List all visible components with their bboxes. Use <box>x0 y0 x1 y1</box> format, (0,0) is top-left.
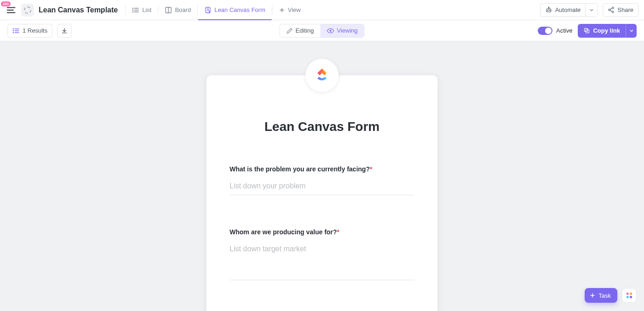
button-label: Copy link <box>593 27 620 34</box>
button-label: Share <box>617 6 633 13</box>
dashed-circle-icon <box>24 6 31 14</box>
notifications-badge: 201 <box>1 1 11 7</box>
form-icon <box>204 6 212 14</box>
board-icon <box>165 6 172 14</box>
button-label: Automate <box>555 6 581 13</box>
svg-point-7 <box>133 10 133 10</box>
download-button[interactable] <box>57 24 72 38</box>
svg-rect-40 <box>630 296 632 298</box>
form-logo <box>305 59 339 92</box>
list-icon <box>12 27 20 34</box>
share-button[interactable]: Share <box>603 3 638 17</box>
tab-add-view[interactable]: View <box>272 0 307 20</box>
editing-segment[interactable]: Editing <box>280 24 320 37</box>
svg-point-22 <box>612 11 614 13</box>
automate-button[interactable]: Automate <box>540 3 586 17</box>
field-input-problem[interactable] <box>230 179 414 195</box>
svg-point-29 <box>13 30 13 31</box>
eye-icon <box>327 27 334 34</box>
svg-point-17 <box>548 7 549 8</box>
new-task-button[interactable]: Task <box>585 288 617 303</box>
apps-button[interactable] <box>622 288 637 303</box>
tab-list[interactable]: List <box>126 0 158 20</box>
field-label-problem: What is the problem you are currently fa… <box>230 165 414 173</box>
svg-rect-38 <box>630 293 632 295</box>
automate-dropdown[interactable] <box>585 3 598 17</box>
plus-icon <box>589 292 596 299</box>
chevron-down-icon <box>629 28 634 34</box>
svg-point-28 <box>13 28 13 29</box>
active-switch[interactable] <box>538 27 552 35</box>
share-icon <box>608 6 615 13</box>
hamburger-menu-button[interactable]: 201 <box>6 4 17 16</box>
copy-link-button[interactable]: Copy link <box>578 24 626 38</box>
svg-line-24 <box>610 10 612 11</box>
apps-icon <box>626 292 633 299</box>
svg-point-19 <box>549 10 550 11</box>
segment-label: Editing <box>295 27 314 34</box>
segment-label: Viewing <box>337 27 357 34</box>
button-label: Task <box>598 292 611 299</box>
svg-rect-37 <box>627 293 629 295</box>
svg-point-18 <box>547 10 548 11</box>
edit-view-toggle: Editing Viewing <box>279 24 364 38</box>
robot-icon <box>545 6 552 14</box>
svg-point-12 <box>209 11 211 12</box>
svg-point-20 <box>612 7 614 9</box>
tab-lean-canvas-form[interactable]: Lean Canvas Form <box>198 0 272 20</box>
tab-label: Board <box>175 6 191 13</box>
copy-link-dropdown[interactable] <box>626 24 637 38</box>
tab-label: Lean Canvas Form <box>214 6 265 13</box>
copy-link-icon <box>583 27 590 34</box>
field-label-value-for: Whom are we producing value for?* <box>230 228 414 236</box>
svg-line-23 <box>610 8 612 10</box>
results-button[interactable]: 1 Results <box>7 24 52 38</box>
viewing-segment[interactable]: Viewing <box>320 24 364 37</box>
plus-icon <box>279 7 285 13</box>
field-input-value-for[interactable] <box>230 242 414 280</box>
list-icon <box>132 6 139 14</box>
button-label: 1 Results <box>23 27 47 34</box>
svg-point-6 <box>133 8 133 8</box>
download-icon <box>61 27 68 34</box>
template-icon-chip <box>21 4 34 17</box>
page-title: Lean Canvas Template <box>39 6 118 14</box>
chevron-down-icon <box>589 7 594 13</box>
svg-point-32 <box>329 30 331 32</box>
svg-point-8 <box>133 11 133 12</box>
svg-point-21 <box>609 9 610 11</box>
tab-label: List <box>142 6 151 13</box>
form-title: Lean Canvas Form <box>230 119 414 134</box>
clickup-logo-icon <box>313 66 331 85</box>
svg-point-30 <box>13 32 13 33</box>
tab-board[interactable]: Board <box>158 0 197 20</box>
form-card: Lean Canvas Form What is the problem you… <box>207 75 437 311</box>
svg-rect-39 <box>627 296 629 298</box>
tab-label: View <box>288 6 301 13</box>
active-label: Active <box>556 27 572 34</box>
pencil-icon <box>286 28 293 34</box>
